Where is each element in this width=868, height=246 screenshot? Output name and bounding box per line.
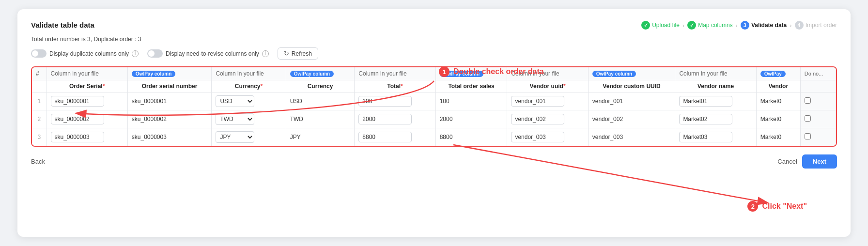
vendor-uuid-file-cell (507, 92, 588, 110)
arrow2: › (736, 22, 738, 29)
total-file-cell (355, 110, 435, 128)
callout-1: 1 Double check order data (439, 66, 544, 77)
vendor-uuid-input[interactable] (511, 114, 564, 124)
total-owlpay-cell: 8800 (435, 128, 507, 146)
vendor-name-owlpay-cell: Market0 (756, 128, 800, 146)
cancel-button[interactable]: Cancel (777, 158, 797, 165)
currency-file-cell: TWD (212, 110, 286, 128)
order-serial-input[interactable] (51, 132, 104, 142)
next-button[interactable]: Next (802, 154, 837, 169)
col-owlpay-5: OwlPay (756, 67, 800, 80)
step-validate-data: 3 Validate data (741, 21, 787, 30)
toggle-duplicate[interactable] (31, 49, 46, 58)
total-input[interactable] (358, 132, 412, 142)
currency-owlpay-cell: USD (286, 92, 355, 110)
controls-row: Display duplicate columns only i Display… (31, 47, 837, 60)
vendor-uuid-owlpay-cell: vendor_001 (588, 92, 675, 110)
step2-check: ✓ (687, 21, 696, 30)
refresh-icon: ↻ (284, 50, 289, 57)
col-file-3: Column in your file (355, 67, 435, 80)
currency-file-cell: USD (212, 92, 286, 110)
total-file-header: Total* (355, 80, 435, 92)
summary-text: Total order number is 3, Duplicate order… (31, 36, 837, 43)
order-serial-input[interactable] (51, 96, 104, 107)
info-icon-2[interactable]: i (262, 50, 269, 57)
arrow3: › (790, 22, 791, 29)
col-file-5: Column in your file (675, 67, 756, 80)
total-owlpay-header: Total order sales (435, 80, 507, 92)
arrow1: › (682, 22, 684, 29)
currency-owlpay-cell: JPY (286, 128, 355, 146)
total-file-cell (355, 128, 435, 146)
callout2-text: Click "Next" (762, 202, 807, 211)
vendor-name-input[interactable] (679, 132, 732, 142)
col-name-row: Order Serial* Order serial number Curren… (32, 80, 836, 92)
vendor-name-file-header: Vendor name (675, 80, 756, 92)
step3-num: 3 (741, 21, 749, 30)
col-owlpay-1: OwlPay column (127, 67, 212, 80)
table-row: 3 sku_0000003 JPY JPY 8800 vendor_003 Ma… (32, 128, 836, 146)
table-row: 1 sku_0000001 USD USD 100 vendor_001 Mar… (32, 92, 836, 110)
step1-check: ✓ (641, 21, 650, 30)
vendor-name-file-cell (675, 110, 756, 128)
currency-file-cell: JPY (212, 128, 286, 146)
total-input[interactable] (358, 114, 412, 124)
step-map-columns: ✓ Map columns (687, 21, 732, 30)
col-file-2: Column in your file (212, 67, 286, 80)
vendor-uuid-file-cell (507, 110, 588, 128)
vendor-name-owlpay-header: Vendor (756, 80, 800, 92)
vendor-uuid-owlpay-header: Vendor custom UUID (588, 80, 675, 92)
vendor-uuid-file-cell (507, 128, 588, 146)
main-card: Validate table data ✓ Upload file › ✓ Ma… (17, 9, 851, 237)
owlpay-badge-5: OwlPay (760, 71, 786, 77)
callout1-text: Double check order data (453, 67, 544, 76)
data-table-wrapper: # Column in your file OwlPay column Colu… (31, 66, 837, 147)
order-serial-file-cell (46, 128, 127, 146)
back-button[interactable]: Back (31, 158, 45, 165)
vendor-name-input[interactable] (679, 96, 732, 107)
order-serial-owlpay-header: Order serial number (127, 80, 212, 92)
vendor-uuid-input[interactable] (511, 96, 564, 107)
owlpay-badge-2: OwlPay column (290, 71, 334, 77)
do-not-checkbox[interactable] (805, 133, 811, 139)
currency-select[interactable]: TWD (216, 113, 254, 125)
total-file-cell (355, 92, 435, 110)
total-input[interactable] (358, 96, 412, 107)
order-serial-file-cell (46, 110, 127, 128)
info-icon-1[interactable]: i (132, 50, 139, 57)
currency-select[interactable]: JPY (216, 131, 254, 143)
row-num: 3 (32, 128, 46, 146)
do-not-checkbox[interactable] (805, 115, 811, 122)
vendor-name-file-cell (675, 92, 756, 110)
vendor-name-input[interactable] (679, 114, 732, 124)
currency-select[interactable]: USD (216, 95, 254, 107)
currency-owlpay-cell: TWD (286, 110, 355, 128)
do-not-name-col (800, 80, 836, 92)
col-file-1: Column in your file (46, 67, 127, 80)
order-serial-owlpay-cell: sku_0000003 (127, 128, 212, 146)
table-body: 1 sku_0000001 USD USD 100 vendor_001 Mar… (32, 92, 836, 146)
total-owlpay-cell: 100 (435, 92, 507, 110)
row-num: 2 (32, 110, 46, 128)
toggle-revise-label: Display need-to-revise columns only (166, 50, 259, 57)
do-not-cell (800, 110, 836, 128)
vendor-uuid-file-header: Vendor uuid* (507, 80, 588, 92)
currency-owlpay-header: Currency (286, 80, 355, 92)
stepper: ✓ Upload file › ✓ Map columns › 3 Valida… (641, 21, 837, 30)
vendor-uuid-input[interactable] (511, 132, 564, 142)
total-owlpay-cell: 2000 (435, 110, 507, 128)
order-serial-input[interactable] (51, 114, 104, 124)
bottom-bar: Back Cancel Next (31, 154, 837, 169)
order-serial-file-cell (46, 92, 127, 110)
do-not-checkbox[interactable] (805, 97, 811, 104)
do-not-header: Do no... (800, 67, 836, 80)
toggle-duplicate-label: Display duplicate columns only (49, 50, 129, 57)
bottom-right: Cancel Next (777, 154, 837, 169)
do-not-cell (800, 92, 836, 110)
refresh-button[interactable]: ↻ Refresh (278, 47, 318, 60)
toggle-revise[interactable] (147, 49, 163, 58)
owlpay-badge-4: OwlPay column (592, 71, 636, 77)
toggle-group-1: Display duplicate columns only i (31, 49, 139, 58)
vendor-uuid-owlpay-cell: vendor_002 (588, 110, 675, 128)
callout2-badge: 2 (747, 201, 758, 212)
